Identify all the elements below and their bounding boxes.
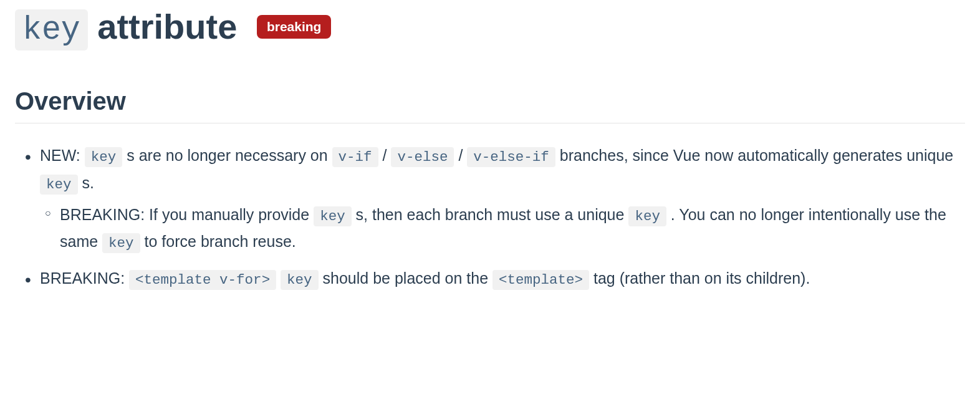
- separator: /: [454, 147, 467, 164]
- text-span: tag (rather than on its children).: [589, 269, 810, 287]
- section-heading: Overview: [15, 87, 965, 123]
- breaking-badge: breaking: [257, 15, 332, 39]
- list-item: BREAKING: <template v-for> key should be…: [40, 265, 965, 292]
- inline-code: key: [281, 270, 319, 290]
- change-tag: BREAKING:: [60, 206, 149, 223]
- text-span: to force branch reuse.: [140, 233, 296, 250]
- inline-code: <template>: [492, 270, 589, 290]
- change-tag: BREAKING:: [40, 269, 129, 287]
- list-item: BREAKING: If you manually provide key s,…: [60, 201, 965, 256]
- inline-code: v-else: [391, 147, 454, 167]
- text-span: s, then each branch must use a unique: [352, 206, 629, 223]
- inline-code: v-if: [332, 147, 378, 167]
- inline-code: key: [40, 175, 78, 195]
- inline-code: key: [628, 206, 666, 226]
- list-item: NEW: key s are no longer necessary on v-…: [40, 142, 965, 255]
- text-span: If you manually provide: [149, 206, 314, 223]
- title-text: attribute: [88, 7, 238, 46]
- text-span: should be placed on the: [319, 269, 492, 287]
- change-tag: NEW:: [40, 147, 85, 164]
- text-span: branches, since Vue now automatically ge…: [555, 147, 953, 164]
- title-code: key: [15, 9, 88, 51]
- inline-code: key: [85, 147, 123, 167]
- inline-code: key: [102, 233, 140, 253]
- text-span: s.: [78, 174, 94, 191]
- inline-code: <template v-for>: [129, 270, 276, 290]
- separator: /: [378, 147, 392, 164]
- page-title: key attribute breaking: [15, 5, 965, 50]
- inline-code: key: [314, 206, 352, 226]
- text-span: s are no longer necessary on: [122, 147, 332, 164]
- inline-code: v-else-if: [467, 147, 555, 167]
- overview-list: NEW: key s are no longer necessary on v-…: [15, 142, 965, 292]
- nested-list: BREAKING: If you manually provide key s,…: [40, 201, 965, 256]
